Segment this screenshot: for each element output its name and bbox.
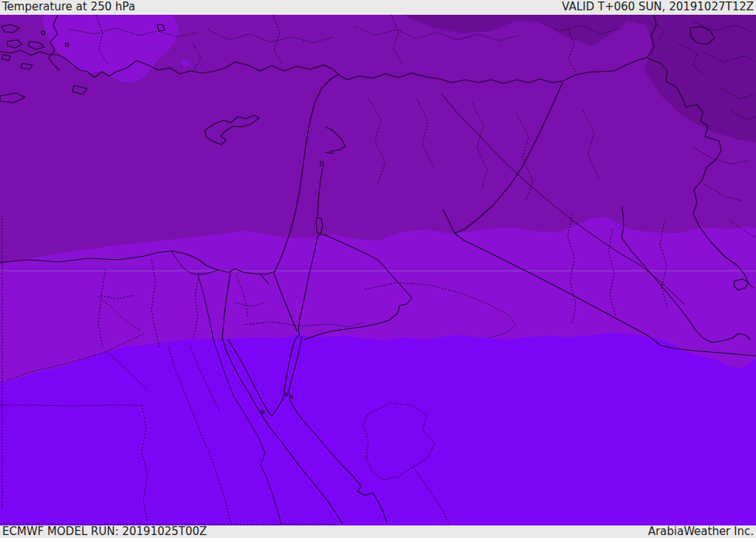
weather-map — [0, 15, 756, 525]
valid-time-label: VALID T+060 SUN, 20191027T12Z — [562, 0, 754, 14]
model-run-label: ECMWF MODEL RUN: 20191025T00Z — [2, 525, 207, 538]
credit-label: ArabiaWeather Inc. — [648, 525, 754, 538]
header-bar: Temperature at 250 hPa VALID T+060 SUN, … — [0, 0, 756, 15]
map-title: Temperature at 250 hPa — [2, 0, 135, 14]
weather-map-svg — [0, 15, 756, 525]
band-violet-south — [0, 333, 756, 525]
footer-bar: ECMWF MODEL RUN: 20191025T00Z ArabiaWeat… — [0, 525, 756, 538]
temperature-bands — [0, 15, 756, 525]
